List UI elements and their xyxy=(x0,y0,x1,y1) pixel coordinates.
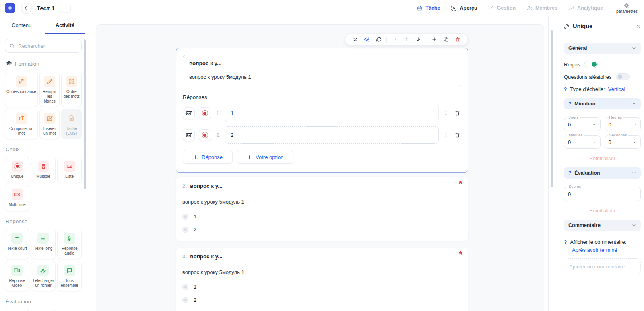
scale-type-value[interactable]: Vertical xyxy=(608,86,625,92)
activity-card-multi-liste[interactable]: Multi-liste xyxy=(5,185,29,211)
activity-card-multiple[interactable]: Multiple xyxy=(31,157,56,183)
settings-button[interactable]: paramètres xyxy=(614,3,644,14)
section-header-minuteur[interactable]: ? Minuteur xyxy=(564,98,641,109)
timer-select-jours[interactable]: Jours 0 xyxy=(564,117,601,131)
answer-drag-handle[interactable] xyxy=(443,111,450,116)
activity-card-telecharger-un-fichier[interactable]: Télécharger un fichier xyxy=(31,261,56,291)
section-header-general[interactable]: Général xyxy=(564,43,641,54)
timer-select-minutes[interactable]: Minutes 0 xyxy=(564,135,601,149)
activity-card-tache-lms[interactable]: Tâche (LMS) xyxy=(61,109,82,139)
activity-card-reponse-video[interactable]: Réponse vidéo xyxy=(5,261,29,291)
activity-card-reponse-audio[interactable]: Réponse audio xyxy=(57,229,82,259)
add-image-button[interactable] xyxy=(183,107,195,119)
show-comment-value[interactable]: Après avoir terminé xyxy=(572,247,641,253)
nav-item-apercu[interactable]: Aperçu xyxy=(451,5,477,11)
plus-icon xyxy=(247,154,252,160)
requis-toggle[interactable] xyxy=(584,61,598,68)
add-own-option-button[interactable]: Votre option xyxy=(237,150,293,164)
title-menu-button[interactable] xyxy=(59,4,71,12)
delete-icon[interactable] xyxy=(452,33,463,45)
activity-card-liste[interactable]: Liste xyxy=(57,157,82,183)
question-description[interactable]: вопрос к уроку 5модуль 1 xyxy=(189,74,455,80)
activity-card-texte-court[interactable]: Texte court xyxy=(5,229,29,259)
answer-input[interactable]: 1 xyxy=(225,105,439,122)
app-logo-button[interactable] xyxy=(5,3,15,13)
help-icon[interactable]: ? xyxy=(568,101,571,107)
section-header-evaluation[interactable]: ? Évaluation xyxy=(564,167,641,179)
section-header-commentaire[interactable]: Commentaire xyxy=(564,220,641,231)
question-toolbar xyxy=(345,33,468,45)
correct-answer-radio[interactable] xyxy=(199,107,211,119)
sidebar-tabs: Contenu Activité xyxy=(0,16,87,34)
duplicate-icon[interactable] xyxy=(440,33,452,45)
replace-icon[interactable] xyxy=(373,33,384,45)
ellipsis-icon xyxy=(62,5,68,11)
activity-card-etoile[interactable] xyxy=(57,309,82,311)
chevron-down-icon xyxy=(632,140,637,144)
add-answer-button[interactable]: Réponse xyxy=(183,150,233,164)
back-button[interactable] xyxy=(21,3,32,14)
answer-number: 2. xyxy=(215,132,221,138)
option-row[interactable]: 2 xyxy=(182,297,462,303)
question-title[interactable]: вопрос к у... xyxy=(189,60,455,66)
close-icon[interactable] xyxy=(349,33,361,45)
move-down-icon[interactable] xyxy=(412,33,424,45)
timer-select-secondes[interactable]: Secondes 0 xyxy=(605,135,641,149)
correct-answer-radio[interactable] xyxy=(199,129,211,141)
nav-item-membres[interactable]: Membres xyxy=(526,5,557,11)
answer-input[interactable]: 2 xyxy=(225,126,439,144)
question-preview-3[interactable]: * 3. вопрос к у... вопрос к уроку 5модул… xyxy=(176,248,468,311)
help-icon[interactable]: ? xyxy=(564,239,567,245)
activity-card-inserer-un-mot[interactable]: Insérer un mot xyxy=(39,109,60,139)
question-preview-2[interactable]: * 2. вопрос к у... вопрос к уроку 5модул… xyxy=(176,177,468,241)
add-image-button[interactable] xyxy=(183,129,195,141)
question-editor: вопрос к у... вопрос к уроку 5модуль 1 R… xyxy=(176,48,468,173)
toolbar-divider xyxy=(386,37,387,43)
video-icon xyxy=(11,265,23,276)
timer-reset-button[interactable]: Réinitialiser xyxy=(564,156,641,161)
add-icon[interactable] xyxy=(428,33,440,45)
question-text-block[interactable]: вопрос к у... вопрос к уроку 5модуль 1 xyxy=(183,55,461,87)
scores-reset-button[interactable]: Réinitialiser xyxy=(564,208,641,214)
activity-card-composer-un-mot[interactable]: тT Composer un mot xyxy=(5,109,38,139)
radio-selected-icon xyxy=(202,132,208,138)
search-input[interactable] xyxy=(18,43,77,49)
answer-delete-button[interactable] xyxy=(454,132,461,138)
panel-close-icon[interactable] xyxy=(636,24,641,29)
nav-item-tache[interactable]: Tâche xyxy=(417,5,440,11)
random-questions-toggle[interactable] xyxy=(616,73,630,80)
activity-card-unique[interactable]: Unique xyxy=(5,157,29,183)
activity-card-pouce[interactable] xyxy=(31,309,56,311)
option-row[interactable]: 1 xyxy=(182,214,462,220)
option-row[interactable]: 1 xyxy=(182,284,462,290)
sidebar-scrollbar[interactable] xyxy=(84,39,86,189)
grid-icon xyxy=(66,76,77,87)
activity-card-echelle-1-5[interactable]: 1-5 xyxy=(5,309,29,311)
paperclip-icon xyxy=(37,265,49,276)
nav-item-gestion[interactable]: Gestion xyxy=(488,5,516,11)
answer-delete-button[interactable] xyxy=(454,110,461,116)
nav-item-analytique[interactable]: Analytique xyxy=(568,5,603,11)
activity-card-ordre-des-mots[interactable]: Ordre des mots xyxy=(61,72,82,107)
tab-activite[interactable]: Activité xyxy=(43,16,87,34)
tab-contenu[interactable]: Contenu xyxy=(0,16,43,34)
required-asterisk: * xyxy=(459,180,462,189)
move-up-icon[interactable] xyxy=(400,33,412,45)
activity-card-tous-ensemble[interactable]: Tous ensemble xyxy=(57,261,82,291)
search-box[interactable] xyxy=(5,39,82,53)
timer-select-heures[interactable]: Heures 0 xyxy=(605,117,641,131)
activity-card-remplir-les-blancs[interactable]: Remplir les blancs xyxy=(39,72,60,107)
search-icon xyxy=(9,43,15,49)
help-icon[interactable]: ? xyxy=(568,170,571,176)
comment-input[interactable] xyxy=(564,258,641,274)
toolbar-divider xyxy=(426,37,426,43)
help-icon[interactable]: ? xyxy=(564,87,567,92)
activity-card-correspondance[interactable]: Correspondance xyxy=(5,72,38,107)
activity-card-texte-long[interactable]: Texte long xyxy=(31,229,56,259)
option-row[interactable]: 2 xyxy=(182,227,462,233)
answer-drag-handle[interactable] xyxy=(443,132,450,138)
chevron-down-icon xyxy=(592,122,597,127)
drag-handle-icon[interactable] xyxy=(389,33,400,45)
question-settings-gear-icon[interactable] xyxy=(361,33,373,45)
scores-field[interactable]: Scores 0 xyxy=(564,187,641,201)
